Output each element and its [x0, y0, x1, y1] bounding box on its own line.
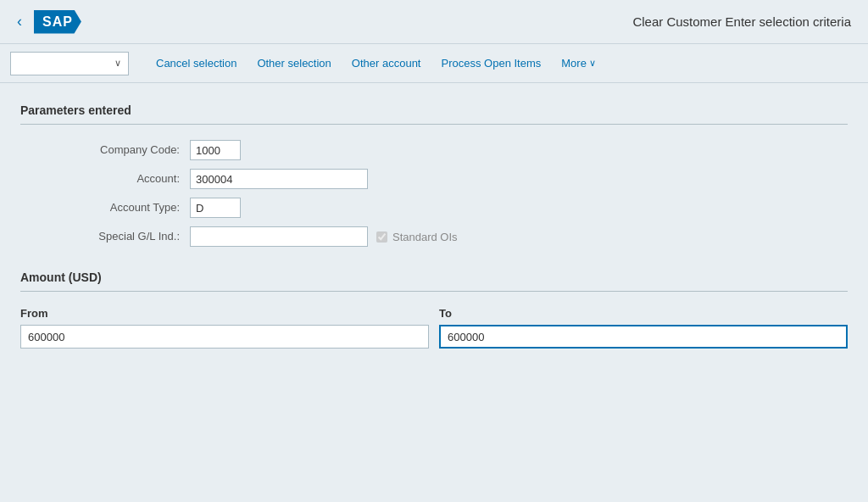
- amount-grid: From To: [20, 307, 848, 349]
- main-content: Parameters entered Company Code: Account…: [0, 83, 868, 389]
- back-icon: ‹: [17, 13, 22, 31]
- more-menu-button[interactable]: More ∨: [551, 53, 606, 73]
- company-code-value-row: [190, 140, 563, 160]
- top-bar: ‹ SAP Clear Customer Enter selection cri…: [0, 0, 868, 44]
- standard-ols-checkbox[interactable]: [376, 231, 387, 243]
- amount-divider: [20, 291, 848, 292]
- amount-to-label: To: [439, 307, 848, 320]
- company-code-input[interactable]: [190, 140, 241, 160]
- parameters-form: Company Code: Account: Account Type: Spe…: [37, 140, 563, 247]
- account-type-label: Account Type:: [37, 198, 190, 218]
- special-gl-ind-input[interactable]: [190, 226, 368, 247]
- amount-section: Amount (USD) From To: [20, 271, 848, 349]
- special-gl-ind-value-row: Standard OIs: [190, 226, 563, 247]
- parameters-section: Parameters entered Company Code: Account…: [20, 103, 848, 247]
- other-account-button[interactable]: Other account: [342, 53, 431, 73]
- process-open-items-button[interactable]: Process Open Items: [431, 53, 551, 73]
- amount-to-input[interactable]: [439, 325, 848, 349]
- account-type-value-row: [190, 198, 563, 218]
- sap-logo: SAP: [34, 10, 81, 34]
- toolbar-dropdown[interactable]: ∨: [10, 52, 129, 75]
- other-selection-button[interactable]: Other selection: [247, 53, 341, 73]
- page-title: Clear Customer Enter selection criteria: [81, 14, 858, 29]
- back-button[interactable]: ‹: [10, 9, 29, 34]
- account-type-input[interactable]: [190, 198, 241, 218]
- standard-ols-label: Standard OIs: [392, 231, 458, 243]
- account-input[interactable]: [190, 169, 368, 189]
- sap-logo-text: SAP: [34, 10, 81, 34]
- company-code-label: Company Code:: [37, 140, 190, 160]
- cancel-selection-button[interactable]: Cancel selection: [146, 53, 247, 73]
- amount-from-label: From: [20, 307, 429, 320]
- special-gl-ind-label: Special G/L Ind.:: [37, 226, 190, 247]
- toolbar: ∨ Cancel selection Other selection Other…: [0, 44, 868, 83]
- amount-from-col: From: [20, 307, 429, 349]
- standard-ols-area: Standard OIs: [376, 231, 458, 243]
- parameters-divider: [20, 124, 848, 125]
- toolbar-dropdown-arrow-icon: ∨: [114, 58, 121, 69]
- parameters-section-title: Parameters entered: [20, 103, 848, 117]
- more-arrow-icon: ∨: [589, 58, 596, 69]
- amount-section-title: Amount (USD): [20, 271, 848, 284]
- account-value-row: [190, 169, 563, 189]
- account-label: Account:: [37, 169, 190, 189]
- amount-from-input[interactable]: [20, 325, 429, 349]
- more-label: More: [561, 57, 587, 70]
- amount-to-col: To: [439, 307, 848, 349]
